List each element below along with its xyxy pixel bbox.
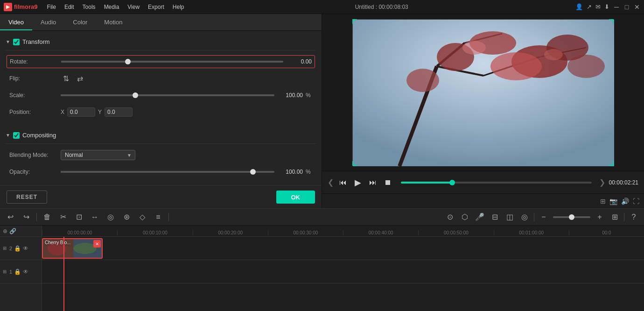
clip-delete-button[interactable]: ✕ [93,240,101,247]
zoom-out-icon[interactable]: − [538,212,549,223]
tab-motion[interactable]: Motion [96,15,131,30]
transform-checkbox[interactable] [13,39,20,45]
motion-track-icon[interactable]: ⬡ [459,212,470,223]
track-2-eye-icon[interactable]: 👁 [23,245,28,252]
add-track-header: ⊕ 🔗 [0,226,42,237]
menu-view[interactable]: View [124,3,143,11]
playhead [63,237,64,311]
rotate-value: 0.00 [286,58,312,65]
menu-export[interactable]: Export [144,3,168,11]
clip-label: Cherry Blo... [45,240,71,245]
compositing-checkbox[interactable] [13,132,20,139]
timeline-ruler-area: 00:00:00:00 00:00:10:00 00:00:20:00 00:0… [42,226,644,311]
timeline-area: ↩ ↪ 🗑 ✂ ⊡ ↔ ◎ ⊛ ◇ ≡ ⊙ ⬡ 🎤 ⊟ ◫ ◎ − + ⊞ ? [0,208,644,311]
delete-button[interactable]: 🗑 [42,212,53,223]
menu-edit[interactable]: Edit [61,3,78,11]
toolbar-separator-2 [168,213,169,221]
rewind-icon[interactable]: ⏮ [337,177,349,188]
keyframe-button[interactable]: ◇ [137,212,148,223]
transition-icon[interactable]: ◎ [519,212,530,223]
subtitle-icon[interactable]: ⊟ [489,212,500,223]
menu-tools[interactable]: Tools [79,3,99,11]
maximize-button[interactable]: □ [623,4,630,10]
fullscreen-icon[interactable]: ⛶ [633,198,639,205]
ok-button[interactable]: OK [276,191,315,204]
flip-vertical-icon[interactable]: ⇄ [75,73,85,84]
flip-horizontal-icon[interactable]: ⇅ [61,73,71,84]
position-x-input[interactable] [67,107,95,117]
corner-bl [352,161,357,166]
color-button[interactable]: ⊛ [121,212,132,223]
panel-footer: RESET OK [0,185,322,208]
voice-icon[interactable]: 🎤 [474,212,485,223]
timeline-zoom-slider[interactable] [553,216,590,218]
tab-video[interactable]: Video [0,15,32,30]
fast-forward-icon[interactable]: ⏭ [367,177,378,188]
toolbar-separator-1 [36,213,37,221]
user-icon[interactable]: 👤 [575,3,583,10]
track-2-lock-icon[interactable]: 🔒 [14,245,21,252]
ruler-10: 00:00:10:00 [117,230,192,235]
play-icon[interactable]: ▶ [352,177,364,188]
tab-color[interactable]: Color [64,15,96,30]
download-icon[interactable]: ⬇ [604,3,609,10]
stop-icon[interactable]: ⏹ [382,177,393,188]
right-panel: ❮ ⏮ ▶ ⏭ ⏹ ❯ 00:00:02:21 ⊞ 📷 🔊 ⛶ [322,14,644,208]
track-2-grid-icon: ⊞ [3,246,7,251]
zoom-in-icon[interactable]: + [594,212,605,223]
scene-detect-icon[interactable]: ⊙ [444,212,455,223]
preview-video [352,19,614,166]
scale-label: Scale: [9,92,61,99]
undo-button[interactable]: ↩ [5,212,16,223]
cut-button[interactable]: ✂ [57,212,69,223]
position-x-group: X [61,107,95,117]
tab-audio[interactable]: Audio [32,15,64,30]
transform-toggle-icon[interactable]: ▼ [6,39,10,44]
share-icon[interactable]: ↗ [587,3,592,10]
bracket-right-icon[interactable]: ❯ [599,178,605,187]
reset-button[interactable]: RESET [7,191,47,204]
ruler-marks: 00:00:00:00 00:00:10:00 00:00:20:00 00:0… [42,230,644,235]
menu-help[interactable]: Help [169,3,188,11]
split-button[interactable]: ≡ [153,212,164,223]
speed-button[interactable]: ◎ [105,212,116,223]
link-icon[interactable]: 🔗 [9,228,16,234]
crop-button[interactable]: ⊡ [73,212,84,223]
svg-point-15 [544,49,563,60]
audio-detach-button[interactable]: ↔ [89,212,100,223]
preview-area [322,14,644,171]
compositing-header[interactable]: ▼ Compositing [0,129,322,141]
flip-row: Flip: ⇅ ⇄ [9,72,312,85]
redo-button[interactable]: ↪ [21,212,32,223]
scale-value: 100.00 [277,92,303,99]
compositing-content: Blending Mode: Normal Dissolve Darken Mu… [0,146,322,185]
ruler-end: 00:0 [569,230,644,235]
bracket-left-icon[interactable]: ❮ [328,178,334,187]
minimize-button[interactable]: ─ [613,4,620,10]
audio-icon[interactable]: 🔊 [621,198,629,205]
menu-media[interactable]: Media [100,3,123,11]
more-icon[interactable]: ? [628,212,639,223]
svg-point-14 [462,41,486,55]
progress-bar[interactable] [401,182,592,184]
svg-point-11 [406,69,439,92]
menu-file[interactable]: File [43,3,60,11]
track-1-eye-icon[interactable]: 👁 [23,269,28,275]
mail-icon[interactable]: ✉ [595,3,601,10]
timeline-tracks-body: Cherry Blo... ✕ [42,237,644,311]
track-1-lock-icon[interactable]: 🔒 [14,269,21,275]
blending-mode-label: Blending Mode: [9,152,61,158]
track-1-num: 1 [9,269,12,275]
effect-icon[interactable]: ◫ [504,212,515,223]
snapshot-icon[interactable]: 📷 [609,198,617,205]
position-y-input[interactable] [105,107,133,117]
transform-header[interactable]: ▼ Transform [0,35,322,48]
ruler-60: 00:01:00:00 [494,230,569,235]
close-button[interactable]: ✕ [634,4,640,10]
clip-selected[interactable]: Cherry Blo... ✕ [42,238,103,259]
pip-icon[interactable]: ⊞ [600,198,606,205]
fit-icon[interactable]: ⊞ [609,212,620,223]
compositing-toggle-icon[interactable]: ▼ [6,133,10,138]
add-track-icon[interactable]: ⊕ [3,228,7,234]
blending-mode-select[interactable]: Normal Dissolve Darken Multiply Lighten … [61,150,135,160]
